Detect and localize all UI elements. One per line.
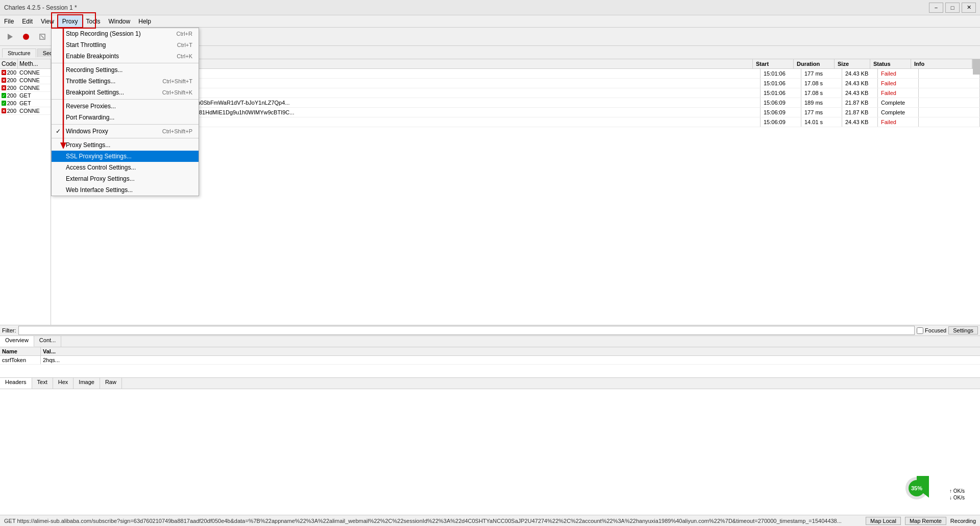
menu-web-interface-settings[interactable]: Web Interface Settings...: [52, 184, 199, 196]
left-row[interactable]: ✕ 200 CONNE: [0, 107, 51, 115]
method-cell: GET: [18, 92, 51, 99]
start-cell: 15:06:09: [761, 108, 801, 117]
error-icon: ✕: [2, 85, 6, 90]
menu-window[interactable]: Window: [105, 15, 135, 27]
svg-marker-0: [8, 34, 13, 40]
col-status-header: Status: [870, 59, 911, 68]
size-cell: 24.43 KB: [842, 117, 878, 127]
lower-content: [0, 389, 980, 526]
code-cell: ✕ 200: [0, 77, 18, 84]
info-cell: [919, 88, 980, 98]
menu-help[interactable]: Help: [134, 15, 155, 27]
tab-raw[interactable]: Raw: [100, 378, 122, 389]
success-icon: ✓: [2, 101, 6, 106]
menu-proxy-settings[interactable]: Proxy Settings...: [52, 139, 199, 151]
info-cell: [919, 98, 980, 107]
menu-stop-recording[interactable]: Stop Recording (Session 1) Ctrl+R: [52, 28, 199, 39]
tab-hex[interactable]: Hex: [53, 378, 74, 389]
left-row[interactable]: ✕ 200 CONNE: [0, 77, 51, 84]
code-value: 200: [7, 69, 16, 76]
left-row[interactable]: ✓ 200 GET: [0, 92, 51, 100]
info-cell: [919, 69, 980, 78]
menu-view[interactable]: View: [37, 15, 58, 27]
menu-breakpoint-settings[interactable]: Breakpoint Settings... Ctrl+Shift+K: [52, 87, 199, 98]
size-cell: 21.87 KB: [842, 98, 878, 107]
start-cell: 15:01:06: [761, 79, 801, 88]
detail-tabs: Overview Cont...: [0, 336, 980, 347]
status-cell: Failed: [878, 88, 919, 98]
duration-cell: 17.08 s: [801, 88, 842, 98]
record-button[interactable]: [2, 30, 17, 44]
map-local-button[interactable]: Map Local: [866, 517, 901, 525]
menu-edit[interactable]: Edit: [18, 15, 37, 27]
code-value: 200: [7, 77, 16, 83]
info-cell: [919, 79, 980, 88]
info-cell: [919, 117, 980, 127]
clear-button[interactable]: [35, 30, 50, 44]
window-title: Charles 4.2.5 - Session 1 *: [4, 4, 77, 11]
code-cell: ✕ 200: [0, 84, 18, 91]
menu-port-forwarding[interactable]: Port Forwarding...: [52, 112, 199, 123]
menu-item-label: Stop Recording (Session 1): [66, 30, 141, 37]
menu-recording-settings[interactable]: Recording Settings...: [52, 64, 199, 76]
scrollbar[interactable]: [972, 59, 980, 68]
tab-image[interactable]: Image: [74, 378, 100, 389]
recording-status: Recording: [950, 518, 976, 524]
menu-windows-proxy[interactable]: ✓ Windows Proxy Ctrl+Shift+P: [52, 126, 199, 137]
up-rate: ↑ OK/s: [949, 488, 965, 494]
menu-item-label: Windows Proxy: [66, 128, 108, 135]
tab-text[interactable]: Text: [32, 378, 53, 389]
minimize-button[interactable]: −: [929, 3, 943, 13]
menu-ssl-proxying-settings[interactable]: SSL Proxying Settings...: [52, 151, 199, 162]
menu-tools[interactable]: Tools: [82, 15, 105, 27]
menu-start-throttling[interactable]: Start Throttling Ctrl+T: [52, 39, 199, 51]
tab-cont[interactable]: Cont...: [34, 336, 61, 347]
duration-cell: 14.01 s: [801, 117, 842, 127]
start-cell: 15:06:09: [761, 98, 801, 107]
tab-structure[interactable]: Structure: [2, 49, 36, 58]
tab-overview[interactable]: Overview: [0, 336, 34, 347]
filter-input[interactable]: [18, 326, 915, 335]
col-method-header: Meth...: [18, 59, 51, 68]
menu-enable-breakpoints[interactable]: Enable Breakpoints Ctrl+K: [52, 51, 199, 62]
menu-item-shortcut: Ctrl+Shift+P: [162, 128, 192, 134]
menu-divider: [52, 138, 199, 138]
menu-item-label: Reverse Proxies...: [66, 103, 116, 110]
menu-proxy[interactable]: Proxy: [58, 15, 82, 27]
start-cell: 15:01:06: [761, 88, 801, 98]
maximize-button[interactable]: □: [945, 3, 960, 13]
status-cell: Complete: [878, 108, 919, 117]
col-size-header: Size: [835, 59, 870, 68]
close-button[interactable]: ✕: [962, 3, 976, 13]
status-cell: Complete: [878, 98, 919, 107]
scroll-thumb[interactable]: [973, 59, 980, 75]
filter-label: Filter:: [2, 327, 16, 333]
stop-button[interactable]: [18, 30, 34, 44]
focused-checkbox[interactable]: [917, 327, 923, 334]
bottom-table-header: Name Val...: [0, 347, 980, 356]
menu-access-control-settings[interactable]: Access Control Settings...: [52, 162, 199, 173]
code-value: 200: [7, 100, 16, 106]
menu-external-proxy-settings[interactable]: External Proxy Settings...: [52, 173, 199, 184]
menu-reverse-proxies[interactable]: Reverse Proxies...: [52, 101, 199, 112]
menu-item-shortcut: Ctrl+R: [177, 31, 192, 37]
bottom-row[interactable]: csrfToken 2hqs...: [0, 356, 980, 365]
bottom-detail: Name Val... csrfToken 2hqs...: [0, 347, 980, 378]
menu-file[interactable]: File: [0, 15, 18, 27]
left-row[interactable]: ✓ 200 GET: [0, 100, 51, 107]
menu-item-shortcut: Ctrl+Shift+T: [162, 78, 192, 84]
svg-point-1: [23, 34, 29, 40]
left-row[interactable]: ✕ 200 CONNE: [0, 84, 51, 92]
lower-tabs: Headers Text Hex Image Raw: [0, 378, 980, 389]
error-icon: ✕: [2, 108, 6, 113]
code-cell: ✕ 200: [0, 107, 18, 114]
tab-headers[interactable]: Headers: [0, 378, 32, 389]
left-row[interactable]: ✕ 200 CONNE: [0, 69, 51, 77]
settings-button[interactable]: Settings: [948, 326, 978, 334]
traffic-rates: ↑ OK/s ↓ OK/s: [949, 488, 965, 500]
code-cell: ✕ 200: [0, 69, 18, 76]
menu-throttle-settings[interactable]: Throttle Settings... Ctrl+Shift+T: [52, 76, 199, 87]
status-cell: Failed: [878, 117, 919, 127]
map-remote-button[interactable]: Map Remote: [905, 517, 946, 525]
focused-label: Focused: [925, 327, 946, 333]
